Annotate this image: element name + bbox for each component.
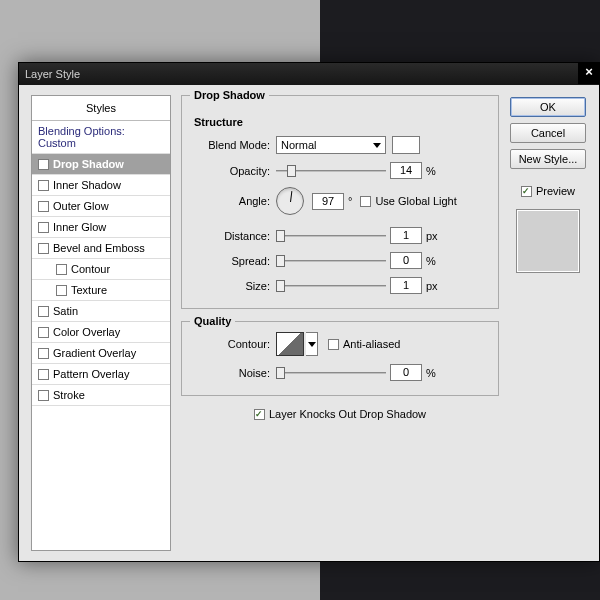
style-label: Contour: [71, 263, 110, 275]
cancel-button[interactable]: Cancel: [510, 123, 586, 143]
drop-shadow-group: Drop Shadow Structure Blend Mode: Normal…: [181, 95, 499, 309]
style-label: Outer Glow: [53, 200, 109, 212]
style-checkbox[interactable]: [38, 369, 49, 380]
styles-row-inner-shadow[interactable]: Inner Shadow: [32, 175, 170, 196]
contour-swatch[interactable]: [276, 332, 304, 356]
style-checkbox[interactable]: [38, 180, 49, 191]
styles-header[interactable]: Styles: [32, 96, 170, 121]
styles-row-contour[interactable]: Contour: [32, 259, 170, 280]
styles-panel: Styles Blending Options: CustomDrop Shad…: [31, 95, 171, 551]
noise-slider[interactable]: [276, 366, 386, 380]
color-swatch[interactable]: [392, 136, 420, 154]
style-label: Bevel and Emboss: [53, 242, 145, 254]
spread-unit: %: [426, 255, 436, 267]
size-input[interactable]: 1: [390, 277, 422, 294]
contour-label: Contour:: [194, 338, 270, 350]
new-style-button[interactable]: New Style...: [510, 149, 586, 169]
knockout-row: Layer Knocks Out Drop Shadow: [181, 408, 499, 420]
group-title: Drop Shadow: [190, 89, 269, 101]
distance-unit: px: [426, 230, 438, 242]
preview-row: Preview: [521, 185, 575, 197]
opacity-label: Opacity:: [194, 165, 270, 177]
spread-input[interactable]: 0: [390, 252, 422, 269]
noise-label: Noise:: [194, 367, 270, 379]
styles-row-inner-glow[interactable]: Inner Glow: [32, 217, 170, 238]
size-row: Size: 1 px: [194, 277, 486, 294]
preview-checkbox[interactable]: [521, 186, 532, 197]
styles-row-satin[interactable]: Satin: [32, 301, 170, 322]
style-label: Pattern Overlay: [53, 368, 129, 380]
structure-heading: Structure: [194, 116, 486, 128]
titlebar[interactable]: Layer Style ×: [19, 63, 599, 85]
contour-row: Contour: Anti-aliased: [194, 332, 486, 356]
size-label: Size:: [194, 280, 270, 292]
style-checkbox[interactable]: [38, 243, 49, 254]
ok-button[interactable]: OK: [510, 97, 586, 117]
anti-alias-label: Anti-aliased: [343, 338, 400, 350]
preview-swatch: [516, 209, 580, 273]
style-label: Drop Shadow: [53, 158, 124, 170]
style-label: Color Overlay: [53, 326, 120, 338]
spread-label: Spread:: [194, 255, 270, 267]
noise-row: Noise: 0 %: [194, 364, 486, 381]
styles-list: Blending Options: CustomDrop ShadowInner…: [32, 121, 170, 406]
angle-dial[interactable]: [276, 187, 304, 215]
quality-group: Quality Contour: Anti-aliased Noise: 0 %: [181, 321, 499, 396]
style-label: Stroke: [53, 389, 85, 401]
styles-row-stroke[interactable]: Stroke: [32, 385, 170, 406]
global-light-label: Use Global Light: [375, 195, 456, 207]
angle-label: Angle:: [194, 195, 270, 207]
distance-input[interactable]: 1: [390, 227, 422, 244]
blend-mode-label: Blend Mode:: [194, 139, 270, 151]
styles-row-pattern-overlay[interactable]: Pattern Overlay: [32, 364, 170, 385]
distance-slider[interactable]: [276, 229, 386, 243]
noise-unit: %: [426, 367, 436, 379]
style-label: Gradient Overlay: [53, 347, 136, 359]
styles-row-outer-glow[interactable]: Outer Glow: [32, 196, 170, 217]
blend-mode-row: Blend Mode: Normal: [194, 136, 486, 154]
opacity-slider[interactable]: [276, 164, 386, 178]
style-label: Inner Glow: [53, 221, 106, 233]
styles-row-blending-options-custom[interactable]: Blending Options: Custom: [32, 121, 170, 154]
quality-heading: Quality: [190, 315, 235, 327]
style-checkbox[interactable]: [38, 201, 49, 212]
knockout-label: Layer Knocks Out Drop Shadow: [269, 408, 426, 420]
anti-alias-checkbox[interactable]: [328, 339, 339, 350]
dialog-buttons: OK Cancel New Style... Preview: [509, 95, 587, 551]
style-checkbox[interactable]: [38, 222, 49, 233]
blend-mode-select[interactable]: Normal: [276, 136, 386, 154]
opacity-input[interactable]: 14: [390, 162, 422, 179]
style-checkbox[interactable]: [38, 390, 49, 401]
size-slider[interactable]: [276, 279, 386, 293]
style-checkbox[interactable]: [38, 348, 49, 359]
global-light-checkbox[interactable]: [360, 196, 371, 207]
styles-row-bevel-and-emboss[interactable]: Bevel and Emboss: [32, 238, 170, 259]
angle-input[interactable]: 97: [312, 193, 344, 210]
noise-input[interactable]: 0: [390, 364, 422, 381]
opacity-unit: %: [426, 165, 436, 177]
styles-row-gradient-overlay[interactable]: Gradient Overlay: [32, 343, 170, 364]
style-checkbox[interactable]: [38, 306, 49, 317]
style-label: Satin: [53, 305, 78, 317]
style-label: Inner Shadow: [53, 179, 121, 191]
style-checkbox[interactable]: [56, 285, 67, 296]
angle-row: Angle: 97 ° Use Global Light: [194, 187, 486, 215]
chevron-down-icon: [308, 342, 316, 347]
effect-settings: Drop Shadow Structure Blend Mode: Normal…: [181, 95, 499, 551]
style-checkbox[interactable]: [56, 264, 67, 275]
dialog-title: Layer Style: [25, 68, 80, 80]
layer-style-dialog: Layer Style × Styles Blending Options: C…: [18, 62, 600, 562]
spread-slider[interactable]: [276, 254, 386, 268]
style-label: Texture: [71, 284, 107, 296]
styles-row-texture[interactable]: Texture: [32, 280, 170, 301]
style-checkbox[interactable]: [38, 159, 49, 170]
knockout-checkbox[interactable]: [254, 409, 265, 420]
spread-row: Spread: 0 %: [194, 252, 486, 269]
preview-label: Preview: [536, 185, 575, 197]
styles-row-drop-shadow[interactable]: Drop Shadow: [32, 154, 170, 175]
style-checkbox[interactable]: [38, 327, 49, 338]
styles-row-color-overlay[interactable]: Color Overlay: [32, 322, 170, 343]
contour-dropdown[interactable]: [306, 332, 318, 356]
chevron-down-icon: [373, 143, 381, 148]
close-icon[interactable]: ×: [578, 62, 600, 84]
